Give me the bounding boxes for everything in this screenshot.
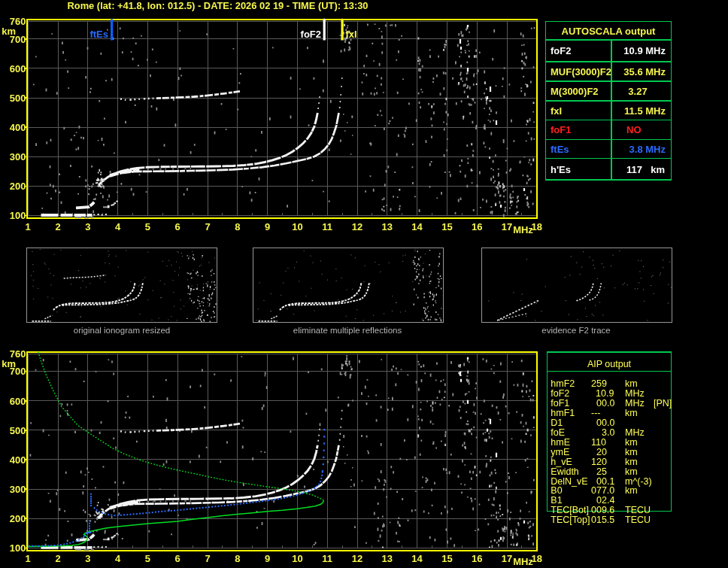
svg-text:14: 14 [411, 553, 423, 564]
svg-text:3.8 MHz: 3.8 MHz [629, 144, 666, 155]
svg-text:NO: NO [626, 124, 642, 135]
svg-text:3.27: 3.27 [628, 86, 647, 97]
svg-text:Rome (lat: +41.8, lon: 012.5): Rome (lat: +41.8, lon: 012.5) - DATE: 20… [68, 0, 369, 11]
svg-text:10: 10 [292, 553, 302, 564]
svg-text:TEC[Top]: TEC[Top] [551, 515, 590, 525]
svg-text:25: 25 [596, 466, 607, 477]
svg-text:km: km [625, 408, 638, 418]
svg-text:00.0: 00.0 [596, 418, 614, 428]
svg-text:m^(-3): m^(-3) [625, 476, 652, 487]
svg-text:110: 110 [591, 437, 606, 448]
svg-text:14: 14 [411, 221, 423, 232]
svg-text:500: 500 [10, 425, 26, 436]
svg-text:9: 9 [265, 553, 270, 564]
svg-text:6: 6 [175, 221, 180, 232]
svg-text:7: 7 [205, 221, 210, 232]
svg-text:077.0: 077.0 [591, 485, 614, 496]
svg-text:11: 11 [322, 553, 332, 564]
svg-text:4: 4 [115, 553, 121, 564]
svg-text:00.1: 00.1 [596, 476, 614, 487]
svg-text:11.5 MHz: 11.5 MHz [624, 105, 666, 117]
svg-text:20: 20 [596, 447, 607, 457]
svg-text:600: 600 [10, 63, 26, 74]
svg-text:TECU: TECU [625, 515, 651, 525]
svg-text:ftEs: ftEs [551, 144, 569, 155]
svg-text:259: 259 [591, 378, 607, 389]
svg-text:16: 16 [472, 221, 482, 232]
svg-text:3: 3 [85, 221, 90, 232]
svg-text:evidence F2 trace: evidence F2 trace [541, 326, 610, 335]
svg-text:17: 17 [502, 221, 512, 232]
svg-text:400: 400 [10, 454, 26, 466]
svg-text:120: 120 [591, 457, 607, 467]
svg-text:10: 10 [292, 221, 302, 232]
svg-text:1: 1 [26, 553, 31, 564]
svg-text:9: 9 [265, 221, 270, 232]
svg-text:2: 2 [55, 553, 60, 564]
svg-text:3: 3 [85, 553, 90, 564]
svg-text:hmF2: hmF2 [551, 378, 575, 389]
svg-text:foF2: foF2 [301, 29, 321, 40]
svg-text:hmF1: hmF1 [551, 408, 575, 418]
svg-text:hmE: hmE [551, 437, 570, 448]
svg-text:17: 17 [502, 553, 512, 564]
svg-text:13: 13 [382, 221, 393, 232]
svg-text:DelN_vE: DelN_vE [551, 476, 587, 487]
svg-text:6: 6 [175, 553, 180, 564]
svg-text:300: 300 [10, 151, 26, 163]
svg-text:km: km [625, 457, 638, 467]
svg-text:D1: D1 [551, 418, 563, 428]
svg-text:00.0: 00.0 [596, 398, 614, 409]
svg-text:13: 13 [382, 553, 393, 564]
svg-text:TECU: TECU [625, 505, 651, 515]
svg-text:---: --- [591, 408, 601, 418]
svg-text:5: 5 [145, 221, 150, 232]
svg-text:1: 1 [26, 221, 31, 232]
svg-text:MHz: MHz [513, 556, 533, 567]
svg-text:ymE: ymE [551, 447, 569, 457]
svg-text:3.0: 3.0 [602, 427, 614, 438]
svg-text:km: km [651, 164, 665, 175]
svg-text:foF2: foF2 [551, 45, 571, 56]
svg-text:015.5: 015.5 [591, 515, 614, 525]
svg-text:300: 300 [10, 484, 26, 495]
svg-text:5: 5 [145, 553, 150, 564]
svg-text:MHz: MHz [625, 427, 645, 438]
svg-text:200: 200 [10, 181, 26, 192]
svg-text:km: km [2, 26, 16, 37]
svg-text:200: 200 [10, 513, 26, 524]
svg-text:7: 7 [205, 553, 210, 564]
svg-text:[PN]: [PN] [654, 398, 672, 409]
svg-text:MHz: MHz [625, 388, 645, 399]
svg-text:15: 15 [441, 553, 452, 564]
svg-text:km: km [625, 447, 638, 457]
svg-text:MUF(3000)F2: MUF(3000)F2 [551, 66, 611, 77]
svg-text:km: km [625, 378, 638, 389]
svg-text:16: 16 [472, 553, 482, 564]
svg-text:fxI: fxI [346, 29, 357, 40]
svg-text:10.9: 10.9 [596, 388, 614, 399]
svg-text:B1: B1 [551, 495, 562, 506]
svg-text:km: km [2, 358, 16, 369]
svg-text:AIP output: AIP output [587, 359, 632, 369]
svg-text:TEC[Bot]: TEC[Bot] [551, 505, 589, 515]
svg-text:02.4: 02.4 [596, 495, 614, 506]
svg-text:h_vE: h_vE [551, 457, 572, 467]
svg-text:M(3000)F2: M(3000)F2 [551, 86, 599, 97]
svg-text:400: 400 [10, 122, 26, 133]
svg-text:12: 12 [352, 553, 362, 564]
svg-text:MHz: MHz [513, 224, 533, 235]
svg-text:foE: foE [551, 427, 565, 438]
svg-text:km: km [625, 485, 638, 496]
svg-text:AUTOSCALA output: AUTOSCALA output [562, 26, 657, 37]
svg-text:MHz: MHz [625, 398, 645, 409]
svg-text:600: 600 [10, 396, 26, 407]
svg-text:4: 4 [115, 221, 121, 232]
svg-text:fxI: fxI [551, 105, 562, 117]
svg-text:foF2: foF2 [551, 388, 569, 399]
svg-text:foF1: foF1 [551, 398, 569, 409]
svg-text:Ewidth: Ewidth [551, 466, 579, 477]
svg-text:15: 15 [441, 221, 452, 232]
svg-text:11: 11 [322, 221, 332, 232]
svg-text:500: 500 [10, 93, 26, 104]
